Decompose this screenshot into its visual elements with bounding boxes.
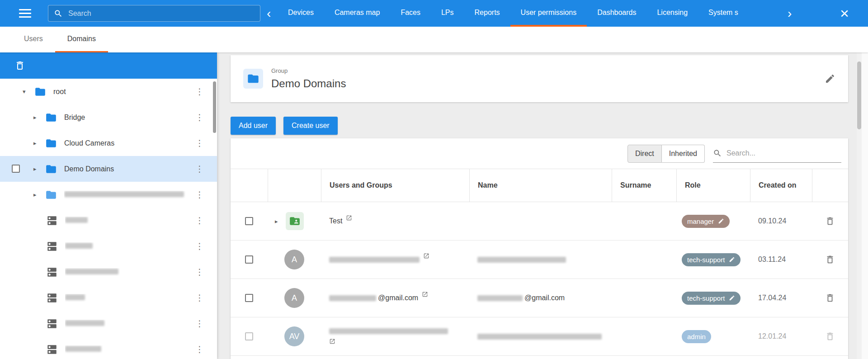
tree-item-label: Demo Domains [64, 165, 195, 173]
create-user-button[interactable]: Create user [283, 117, 338, 135]
tree-item-device[interactable]: ⋮ [0, 208, 217, 233]
delete-row-icon[interactable] [825, 216, 835, 226]
nav-item-lps[interactable]: LPs [431, 0, 464, 27]
delete-selected-icon[interactable] [14, 60, 25, 71]
sidebar-toolbar [0, 52, 217, 79]
search-icon [54, 9, 63, 18]
nav-item-faces[interactable]: Faces [390, 0, 431, 27]
tree-item-cloud-cameras[interactable]: ▸ Cloud Cameras ⋮ [0, 130, 217, 156]
expand-icon[interactable]: ▸ [33, 191, 41, 198]
expand-icon[interactable]: ▸ [33, 165, 41, 172]
edit-role-icon[interactable] [718, 218, 724, 224]
row-checkbox[interactable] [245, 255, 253, 264]
row-checkbox[interactable] [245, 294, 253, 302]
nav-item-cameras-map[interactable]: Cameras map [324, 0, 390, 27]
row-checkbox[interactable] [245, 217, 253, 225]
tree-item-bridge[interactable]: ▸ Bridge ⋮ [0, 104, 217, 130]
nav-item-user-permissions[interactable]: User permissions [510, 0, 587, 27]
table-header-cell [268, 169, 321, 202]
kebab-menu-icon[interactable]: ⋮ [195, 267, 202, 277]
expand-icon[interactable]: ▸ [275, 218, 281, 225]
collapse-icon[interactable]: ▾ [23, 88, 30, 95]
nav-item-dashboards[interactable]: Dashboards [587, 0, 646, 27]
avatar: AV [284, 326, 304, 346]
kebab-menu-icon[interactable]: ⋮ [195, 318, 202, 329]
nav-scroll-right-icon[interactable]: › [788, 0, 792, 27]
group-name[interactable]: Test [329, 217, 342, 225]
global-search[interactable] [48, 5, 260, 22]
edit-group-icon[interactable] [825, 73, 835, 84]
created-date: 12.01.24 [758, 332, 786, 340]
domain-folder-icon [45, 137, 57, 149]
tree-item-device[interactable]: ⋮ [0, 259, 217, 285]
tree-item-device[interactable]: ⋮ [0, 336, 217, 359]
tree-item-root[interactable]: ▾ root ⋮ [0, 79, 217, 104]
tree-item-device[interactable]: ⋮ [0, 285, 217, 311]
edit-role-icon[interactable] [729, 256, 735, 263]
expand-icon[interactable]: ▸ [33, 114, 41, 121]
role-badge[interactable]: tech-support [682, 292, 741, 305]
delete-row-icon [825, 331, 835, 341]
kebab-menu-icon[interactable]: ⋮ [195, 138, 202, 148]
delete-row-icon[interactable] [825, 255, 835, 265]
kebab-menu-icon[interactable]: ⋮ [195, 189, 202, 200]
nav-item-devices[interactable]: Devices [278, 0, 324, 27]
tree-item-label-redacted [65, 268, 195, 276]
direct-filter-button[interactable]: Direct [627, 145, 662, 163]
table-row[interactable]: A @gmail.com @gmail.com tech-support [231, 279, 848, 317]
group-shared-folder-icon [286, 212, 304, 230]
open-in-new-icon[interactable] [329, 338, 335, 345]
table-row[interactable]: A tech-support 03.11.24 [231, 241, 848, 279]
row-checkbox[interactable] [245, 332, 253, 340]
group-header-card: Group Demo Domains [231, 55, 848, 102]
kebab-menu-icon[interactable]: ⋮ [195, 293, 202, 303]
open-in-new-icon[interactable] [422, 291, 428, 298]
nav-item-system-settings[interactable]: System s [698, 0, 749, 27]
domains-tree-sidebar: ▾ root ⋮ ▸ Bridge ⋮ ▸ Cloud Cameras ⋮ ▸ … [0, 52, 217, 359]
edit-role-icon[interactable] [729, 295, 735, 301]
close-icon[interactable]: × [840, 0, 849, 27]
table-search-input[interactable] [726, 149, 841, 157]
kebab-menu-icon[interactable]: ⋮ [195, 164, 202, 174]
role-badge[interactable]: tech-support [682, 253, 741, 266]
kebab-menu-icon[interactable]: ⋮ [195, 86, 202, 97]
role-badge[interactable]: manager [682, 215, 730, 228]
menu-icon[interactable] [19, 9, 31, 18]
tree-item-demo-domains[interactable]: ▸ Demo Domains ⋮ [0, 156, 217, 182]
tree-item-device[interactable]: ⋮ [0, 311, 217, 336]
tree-item-redacted[interactable]: ▸ ⋮ [0, 182, 217, 208]
nav-item-reports[interactable]: Reports [464, 0, 510, 27]
tree-item-label-redacted [65, 294, 195, 302]
tab-users[interactable]: Users [12, 27, 55, 52]
kebab-menu-icon[interactable]: ⋮ [195, 215, 202, 226]
inherited-filter-button[interactable]: Inherited [662, 145, 705, 163]
row-checkbox[interactable] [12, 165, 20, 173]
kebab-menu-icon[interactable]: ⋮ [195, 344, 202, 354]
vertical-scrollbar[interactable] [857, 52, 862, 359]
table-search[interactable] [713, 145, 841, 163]
open-in-new-icon[interactable] [423, 253, 429, 259]
global-search-input[interactable] [68, 9, 255, 18]
table-header: Users and Groups Name Surname Role Creat… [231, 169, 848, 202]
domain-folder-icon [45, 189, 57, 201]
kebab-menu-icon[interactable]: ⋮ [195, 241, 202, 251]
redacted-login [329, 295, 376, 301]
scrollbar-thumb[interactable] [857, 61, 861, 129]
main-nav: Devices Cameras map Faces LPs Reports Us… [278, 0, 785, 27]
col-name: Name [469, 169, 612, 202]
delete-row-icon[interactable] [825, 293, 835, 303]
sidebar-scrollbar[interactable] [213, 81, 216, 133]
tree-item-device[interactable]: ⋮ [0, 233, 217, 259]
table-row[interactable]: ▸ Test manager 09.10.24 [231, 202, 848, 241]
open-in-new-icon[interactable] [346, 215, 352, 221]
action-buttons: Add user Create user [231, 117, 338, 135]
nav-scroll-left-icon[interactable]: ‹ [267, 0, 271, 27]
kebab-menu-icon[interactable]: ⋮ [195, 112, 202, 123]
tree-item-label-redacted [64, 191, 195, 199]
add-user-button[interactable]: Add user [231, 117, 276, 135]
expand-icon[interactable]: ▸ [33, 140, 41, 146]
nav-item-licensing[interactable]: Licensing [646, 0, 698, 27]
table-row[interactable]: AV admin 12.01.24 [231, 317, 848, 356]
role-label: tech-support [687, 294, 725, 302]
tab-domains[interactable]: Domains [55, 27, 108, 52]
